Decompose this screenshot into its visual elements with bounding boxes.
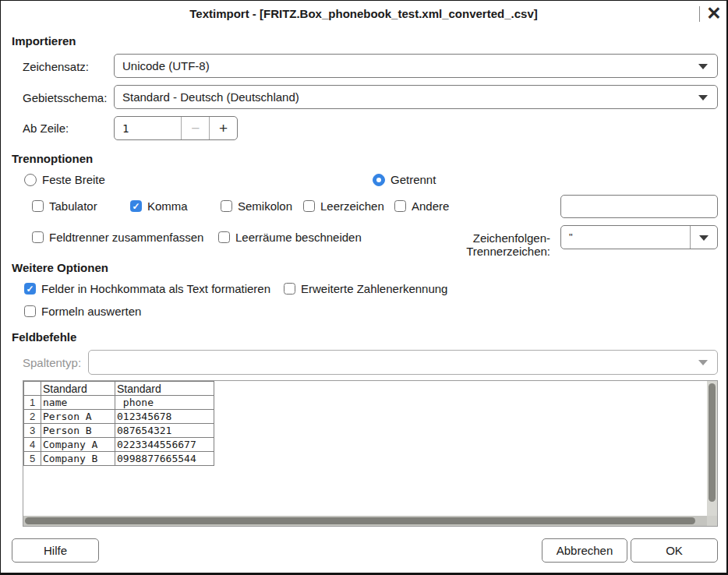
scrollbar-corner [707,516,717,526]
table-row: 5Company B0998877665544 [24,452,214,466]
row-number: 3 [24,424,41,438]
checkbox-icon [284,283,295,295]
close-icon[interactable]: ✕ [703,2,725,24]
charset-value: Unicode (UTF-8) [122,59,210,72]
preview-table: Standard Standard 1name phone2Person A01… [23,381,214,466]
titlebar-divider [699,6,700,22]
checkbox-leerraeume-beschneiden[interactable]: Leerräume beschneiden [218,231,362,244]
checkbox-hochkommata-als-text[interactable]: Felder in Hochkommata als Text formatier… [24,282,270,295]
ok-button[interactable]: OK [631,538,718,563]
checkbox-label: Tabulator [49,199,97,213]
chevron-down-icon [699,235,709,241]
section-importieren: Importieren [12,34,76,48]
checkbox-andere[interactable]: Andere [394,199,449,213]
vertical-scrollbar[interactable] [707,381,717,516]
checkbox-icon [130,200,142,212]
table-cell: Company A [41,438,115,452]
chevron-down-icon [698,64,708,69]
from-row-input[interactable]: 1 [115,117,181,139]
from-row-label: Ab Zeile: [23,122,69,135]
radio-icon [373,174,385,186]
locale-dropdown[interactable]: Standard - Deutsch (Deutschland) [114,85,718,109]
checkbox-icon [221,200,232,212]
string-delimiter-combobox[interactable]: " [560,225,718,249]
radio-label: Feste Breite [42,173,105,186]
preview-table-body: 1name phone2Person A0123456783Person B08… [24,396,214,466]
from-row-stepper: 1 − + [114,116,238,140]
table-cell: phone [115,396,214,410]
checkbox-icon [394,200,406,212]
checkbox-label: Leerräume beschneiden [235,231,362,244]
checkbox-erweiterte-zahlenerkennung[interactable]: Erweiterte Zahlenerkennung [284,282,447,295]
horizontal-scrollbar-thumb[interactable] [25,517,695,524]
row-number: 2 [24,410,41,424]
checkbox-komma[interactable]: Komma [130,199,188,213]
charset-label: Zeichensatz: [23,60,89,73]
table-cell: Person B [41,424,115,438]
checkbox-label: Leerzeichen [320,199,384,213]
checkbox-leerzeichen[interactable]: Leerzeichen [303,199,384,213]
checkbox-tabulator[interactable]: Tabulator [32,199,97,213]
table-cell: Person A [41,410,115,424]
row-number: 4 [24,438,41,452]
radio-icon [24,174,37,186]
combobox-dropdown-button[interactable] [690,226,717,249]
row-number: 5 [24,452,41,466]
vertical-scrollbar-thumb[interactable] [709,383,716,502]
checkbox-feldtrenner-zusammenfassen[interactable]: Feldtrenner zusammenfassen [32,231,203,244]
section-feldbefehle: Feldbefehle [12,330,76,344]
checkbox-label: Felder in Hochkommata als Text formatier… [41,282,270,295]
table-row: 2Person A012345678 [24,410,214,424]
checkbox-label: Erweiterte Zahlenerkennung [301,282,447,295]
checkbox-label: Semikolon [238,199,292,213]
radio-getrennt[interactable]: Getrennt [373,173,436,186]
table-cell: 012345678 [115,410,214,424]
row-number: 1 [24,396,41,410]
checkbox-icon [32,231,44,243]
locale-value: Standard - Deutsch (Deutschland) [122,90,299,104]
checkbox-label: Formeln auswerten [41,305,141,318]
radio-feste-breite[interactable]: Feste Breite [24,173,105,186]
checkbox-icon [218,231,230,243]
checkbox-semikolon[interactable]: Semikolon [221,199,292,213]
cancel-button[interactable]: Abbrechen [542,538,627,563]
table-cell: 087654321 [115,424,214,438]
checkbox-label: Feldtrenner zusammenfassen [49,231,203,244]
table-header-row: Standard Standard [24,382,214,396]
table-cell: 0223344556677 [115,438,214,452]
column-header[interactable]: Standard [41,382,115,396]
horizontal-scrollbar[interactable] [23,516,709,526]
locale-label: Gebietsschema: [23,91,107,104]
table-row: 1name phone [24,396,214,410]
chevron-down-icon [698,360,708,365]
row-number-header [24,382,41,396]
column-type-dropdown[interactable] [88,350,718,375]
checkbox-icon [24,283,36,295]
string-delimiter-value: " [561,231,690,243]
checkbox-icon [24,305,36,317]
table-row: 4Company A0223344556677 [24,438,214,452]
checkbox-formeln-auswerten[interactable]: Formeln auswerten [24,305,141,318]
help-button[interactable]: Hilfe [12,538,99,563]
radio-label: Getrennt [391,173,436,186]
dialog-title: Textimport - [FRITZ.Box_phonebook_test.x… [1,7,726,20]
column-type-label: Spaltentyp: [23,356,81,369]
section-weitere-optionen: Weitere Optionen [12,261,108,274]
plus-icon[interactable]: + [209,117,237,139]
charset-dropdown[interactable]: Unicode (UTF-8) [114,54,718,78]
checkbox-label: Komma [147,199,188,213]
string-delimiter-label: Zeichenfolgen-Trennerzeichen: [389,231,550,258]
preview-area[interactable]: Standard Standard 1name phone2Person A01… [23,380,718,527]
checkbox-label: Andere [412,199,449,213]
other-separator-input[interactable] [560,195,718,218]
table-row: 3Person B087654321 [24,424,214,438]
textimport-dialog: Textimport - [FRITZ.Box_phonebook_test.x… [0,0,728,575]
checkbox-icon [303,200,315,212]
column-header[interactable]: Standard [115,382,214,396]
table-cell: Company B [41,452,115,466]
table-cell: name [41,396,115,410]
minus-icon[interactable]: − [181,117,209,139]
table-cell: 0998877665544 [115,452,214,466]
checkbox-icon [32,200,44,212]
chevron-down-icon [698,95,708,101]
